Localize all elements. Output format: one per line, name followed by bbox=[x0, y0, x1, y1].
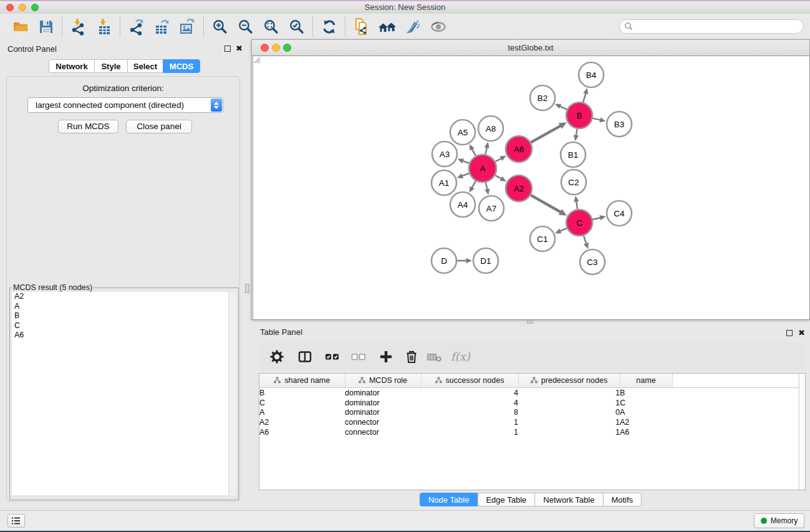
resize-grip-icon[interactable] bbox=[253, 56, 261, 64]
home-view-icon[interactable] bbox=[374, 16, 400, 38]
network-canvas-svg[interactable]: AA1A2A3A4A5A6A7A8BB1B2B3B4CC1C2C3C4DD1 bbox=[253, 56, 809, 319]
table-cell[interactable]: C bbox=[620, 398, 672, 408]
tab-style[interactable]: Style bbox=[94, 59, 128, 73]
table-cell[interactable]: A bbox=[620, 407, 672, 417]
show-task-history-button[interactable] bbox=[7, 514, 25, 528]
close-panel-button[interactable]: Close panel bbox=[126, 120, 192, 133]
export-network-icon[interactable] bbox=[123, 16, 149, 38]
deselect-checkboxes-icon[interactable] bbox=[346, 346, 371, 367]
table-cell[interactable]: dominator bbox=[345, 398, 421, 408]
table-cell[interactable]: A6 bbox=[620, 427, 672, 437]
horizontal-splitter-handle[interactable] bbox=[527, 321, 533, 324]
graph-edge-B-B4[interactable] bbox=[583, 92, 586, 102]
select-all-checkboxes-icon[interactable] bbox=[320, 346, 345, 367]
zoom-selected-icon[interactable] bbox=[284, 16, 309, 38]
split-columns-icon[interactable] bbox=[292, 346, 317, 367]
table-cell[interactable]: 1 bbox=[518, 398, 620, 408]
tab-mcds[interactable]: MCDS bbox=[163, 59, 200, 73]
table-cell[interactable]: 1 bbox=[421, 417, 518, 427]
table-row[interactable]: A2connector11A2 bbox=[259, 417, 799, 427]
graph-edge-A-A1[interactable] bbox=[461, 173, 470, 177]
search-input[interactable] bbox=[619, 19, 804, 34]
table-cell[interactable]: A2 bbox=[620, 417, 672, 427]
tab-motifs[interactable]: Motifs bbox=[602, 493, 642, 506]
column-header-predecessor-nodes[interactable]: predecessor nodes bbox=[518, 374, 620, 388]
table-cell[interactable]: connector bbox=[345, 427, 421, 437]
network-canvas[interactable]: AA1A2A3A4A5A6A7A8BB1B2B3B4CC1C2C3C4DD1 bbox=[253, 56, 810, 320]
tab-select[interactable]: Select bbox=[127, 59, 163, 73]
table-row[interactable]: A6connector11A6 bbox=[259, 427, 799, 437]
refresh-icon[interactable] bbox=[316, 16, 342, 38]
zoom-out-icon[interactable] bbox=[233, 16, 258, 38]
tab-network-table[interactable]: Network Table bbox=[534, 493, 603, 506]
gear-icon[interactable] bbox=[265, 346, 289, 367]
graph-edge-A6-B[interactable] bbox=[531, 125, 561, 142]
list-item[interactable]: A2 bbox=[12, 292, 236, 302]
table-cell[interactable]: dominator bbox=[345, 388, 421, 398]
network-window-titlebar[interactable]: testGlobe.txt bbox=[252, 40, 809, 56]
float-panel-icon[interactable] bbox=[786, 330, 793, 336]
graph-edge-B-B3[interactable] bbox=[592, 118, 601, 120]
tab-network[interactable]: Network bbox=[49, 59, 95, 73]
graph-edge-C-C3[interactable] bbox=[584, 236, 587, 244]
run-mcds-button[interactable]: Run MCDS bbox=[58, 120, 118, 133]
criterion-select[interactable]: largest connected component (directed) bbox=[27, 97, 223, 113]
table-cell[interactable]: A2 bbox=[259, 417, 345, 427]
table-row[interactable]: Cdominator41C bbox=[259, 398, 799, 408]
graph-edge-A-A5[interactable] bbox=[471, 148, 476, 156]
table-cell[interactable]: B bbox=[259, 388, 345, 398]
table-cell[interactable]: connector bbox=[345, 417, 421, 427]
close-panel-icon[interactable]: ✖ bbox=[798, 329, 805, 337]
vertical-splitter[interactable] bbox=[244, 39, 251, 510]
table-cell[interactable]: 1 bbox=[518, 427, 620, 437]
export-table-icon[interactable] bbox=[149, 16, 175, 38]
table-cell[interactable]: 1 bbox=[518, 388, 620, 398]
clone-network-icon[interactable] bbox=[349, 16, 374, 38]
import-table-icon[interactable] bbox=[91, 16, 117, 38]
graph-edge-C-C4[interactable] bbox=[592, 218, 601, 220]
table-cell[interactable]: 4 bbox=[421, 388, 518, 398]
column-header-successor-nodes[interactable]: successor nodes bbox=[421, 374, 518, 388]
tab-node-table[interactable]: Node Table bbox=[420, 493, 478, 506]
column-header-name[interactable]: name bbox=[620, 374, 672, 388]
graph-edge-A-A4[interactable] bbox=[471, 181, 476, 188]
list-item[interactable]: C bbox=[12, 321, 236, 331]
save-session-icon[interactable] bbox=[33, 16, 59, 38]
table-cell[interactable]: 8 bbox=[421, 407, 518, 417]
memory-button[interactable]: Memory bbox=[754, 513, 804, 528]
open-session-icon[interactable] bbox=[7, 16, 33, 38]
zoom-fit-icon[interactable] bbox=[258, 16, 284, 38]
table-cell[interactable]: 1 bbox=[518, 417, 620, 427]
list-scrollbar[interactable] bbox=[228, 292, 236, 495]
table-cell[interactable]: A6 bbox=[259, 427, 345, 437]
graph-edge-A2-C[interactable] bbox=[531, 195, 561, 213]
table-row[interactable]: Bdominator41B bbox=[259, 388, 799, 398]
list-item[interactable]: B bbox=[12, 311, 236, 321]
table-cell[interactable]: dominator bbox=[345, 407, 421, 417]
float-panel-icon[interactable] bbox=[224, 46, 231, 52]
table-cell[interactable]: 1 bbox=[421, 427, 518, 437]
import-network-icon[interactable] bbox=[65, 16, 91, 38]
function-builder-icon[interactable]: f(x) bbox=[451, 346, 470, 367]
add-column-icon[interactable] bbox=[374, 346, 398, 367]
table-cell[interactable]: 0 bbox=[518, 407, 620, 417]
delete-column-icon[interactable] bbox=[400, 346, 423, 367]
column-header-shared-name[interactable]: shared name bbox=[259, 374, 345, 388]
column-header-mcds-role[interactable]: MCDS role bbox=[345, 374, 421, 388]
tab-edge-table[interactable]: Edge Table bbox=[477, 493, 535, 506]
table-scrollbar[interactable] bbox=[799, 374, 805, 490]
list-item[interactable]: A6 bbox=[12, 331, 236, 341]
graph-edge-C-C2[interactable] bbox=[576, 200, 577, 209]
table-cell[interactable]: C bbox=[259, 398, 345, 408]
list-item[interactable]: A bbox=[12, 302, 236, 312]
table-cell[interactable]: B bbox=[620, 388, 672, 398]
graph-edge-B-B2[interactable] bbox=[559, 106, 567, 110]
table-cell[interactable]: A bbox=[259, 407, 345, 417]
delete-table-icon[interactable] bbox=[423, 346, 446, 367]
table-row[interactable]: Adominator80A bbox=[259, 407, 799, 417]
close-panel-icon[interactable]: ✖ bbox=[236, 45, 243, 52]
eye-icon[interactable] bbox=[425, 16, 451, 38]
zoom-in-icon[interactable] bbox=[207, 16, 233, 38]
splitter-handle[interactable] bbox=[245, 284, 249, 293]
hide-annotations-icon[interactable] bbox=[400, 16, 425, 38]
